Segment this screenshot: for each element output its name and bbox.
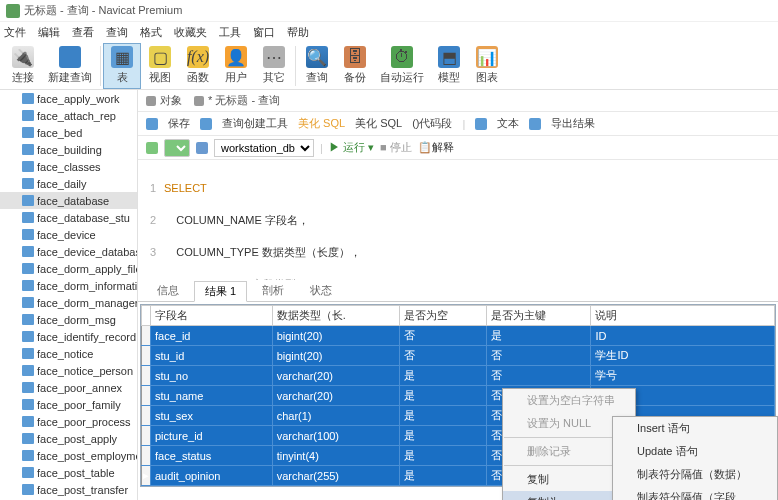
tree-item[interactable]: face_bed — [0, 124, 137, 141]
text-button[interactable]: 文本 — [497, 116, 519, 131]
toolbar-自动运行[interactable]: ⏱自动运行 — [374, 43, 430, 89]
tree-item[interactable]: face_dorm_apply_file — [0, 260, 137, 277]
context-submenu[interactable]: Insert 语句Update 语句制表符分隔值（数据）制表符分隔值（字段名）制… — [612, 416, 778, 500]
tree-item[interactable]: face_building — [0, 141, 137, 158]
新建查询-icon — [59, 46, 81, 68]
column-header[interactable]: 字段名 — [151, 306, 273, 326]
result-tab[interactable]: 信息 — [146, 280, 190, 301]
database-select[interactable]: workstation_db — [214, 139, 314, 157]
export-icon — [529, 118, 541, 130]
table-row[interactable]: stu_novarchar(20)是否学号 — [142, 366, 775, 386]
table-icon — [22, 416, 34, 427]
备份-icon: 🗄 — [344, 46, 366, 68]
querybuilder-icon — [200, 118, 212, 130]
tree-item[interactable]: face_daily — [0, 175, 137, 192]
toolbar-其它[interactable]: ⋯其它 — [255, 43, 293, 89]
tree-item[interactable]: face_post_apply — [0, 430, 137, 447]
result-tab[interactable]: 结果 1 — [194, 281, 247, 302]
result-tab[interactable]: 状态 — [299, 280, 343, 301]
tree-item[interactable]: face_dorm_manager — [0, 294, 137, 311]
tree-item[interactable]: face_apply_work — [0, 90, 137, 107]
table-row[interactable]: face_idbigint(20)否是ID — [142, 326, 775, 346]
toolbar-视图[interactable]: ▢视图 — [141, 43, 179, 89]
table-row[interactable]: stu_namevarchar(20)是否姓名 — [142, 386, 775, 406]
snippet-button[interactable]: ()代码段 — [412, 116, 452, 131]
table-icon — [22, 127, 34, 138]
menu-工具[interactable]: 工具 — [219, 25, 241, 40]
tree-item[interactable]: face_device_database — [0, 243, 137, 260]
menu-帮助[interactable]: 帮助 — [287, 25, 309, 40]
tree-item[interactable]: face_identify_record — [0, 328, 137, 345]
tree-item[interactable]: face_post_transfer — [0, 481, 137, 498]
menu-查询[interactable]: 查询 — [106, 25, 128, 40]
tree-item[interactable]: face_dorm_information — [0, 277, 137, 294]
tree-item[interactable]: face_post_table — [0, 464, 137, 481]
toolbar-连接[interactable]: 🔌连接 — [4, 43, 42, 89]
table-icon — [22, 161, 34, 172]
table-icon — [22, 110, 34, 121]
tree-item[interactable]: face_attach_rep — [0, 107, 137, 124]
save-button[interactable]: 保存 — [168, 116, 190, 131]
stop-button: ■ 停止 — [380, 140, 412, 155]
toolbar-用户[interactable]: 👤用户 — [217, 43, 255, 89]
tabs: 对象* 无标题 - 查询 — [138, 90, 778, 112]
tree-item[interactable]: face_poor_annex — [0, 379, 137, 396]
table-icon — [22, 144, 34, 155]
beautify-button[interactable]: 美化 SQL — [298, 116, 345, 131]
sql-editor[interactable]: 1SELECT 2 COLUMN_NAME 字段名， 3 COLUMN_TYPE… — [138, 160, 778, 280]
tree-item[interactable]: face_post_employment — [0, 447, 137, 464]
tab[interactable]: * 无标题 - 查询 — [194, 93, 280, 108]
tree-item[interactable]: face_dorm_msg — [0, 311, 137, 328]
querybuilder-button[interactable]: 查询创建工具 — [222, 116, 288, 131]
tree-item[interactable]: face_notice_person — [0, 362, 137, 379]
menu-item[interactable]: 制表符分隔值（数据） — [613, 463, 777, 486]
tree-item[interactable]: face_classes — [0, 158, 137, 175]
tree-item[interactable]: face_poor_process — [0, 413, 137, 430]
table-icon — [22, 331, 34, 342]
menu-item[interactable]: Insert 语句 — [613, 417, 777, 440]
menu-编辑[interactable]: 编辑 — [38, 25, 60, 40]
tab-icon — [194, 96, 204, 106]
menu-item[interactable]: Update 语句 — [613, 440, 777, 463]
toolbar-图表[interactable]: 📊图表 — [468, 43, 506, 89]
menu-窗口[interactable]: 窗口 — [253, 25, 275, 40]
export-button[interactable]: 导出结果 — [551, 116, 595, 131]
tab[interactable]: 对象 — [146, 93, 182, 108]
menu-文件[interactable]: 文件 — [4, 25, 26, 40]
toolbar-函数[interactable]: f(x)函数 — [179, 43, 217, 89]
toolbar-新建查询[interactable]: 新建查询 — [42, 43, 98, 89]
toolbar-查询[interactable]: 🔍查询 — [298, 43, 336, 89]
table-icon — [22, 365, 34, 376]
explain-button[interactable]: 📋解释 — [418, 140, 454, 155]
menu-item[interactable]: 制表符分隔值（字段名） — [613, 486, 777, 500]
result-tabs: 信息结果 1剖析状态 — [138, 280, 778, 302]
tree-item[interactable]: face_notice — [0, 345, 137, 362]
menubar: 文件编辑查看查询格式收藏夹工具窗口帮助 — [0, 22, 778, 42]
table-row[interactable]: stu_idbigint(20)否否学生ID — [142, 346, 775, 366]
menu-item: 设置为空白字符串 — [503, 389, 635, 412]
menu-查看[interactable]: 查看 — [72, 25, 94, 40]
server-select[interactable]: rm-2zetn83n05wz7i — [164, 139, 190, 157]
menu-收藏夹[interactable]: 收藏夹 — [174, 25, 207, 40]
toolbar-备份[interactable]: 🗄备份 — [336, 43, 374, 89]
toolbar-表[interactable]: ▦表 — [103, 43, 141, 89]
tree-item[interactable]: face_database_stu — [0, 209, 137, 226]
text-icon — [475, 118, 487, 130]
table-icon — [22, 484, 34, 495]
column-header[interactable]: 是否为主键 — [486, 306, 591, 326]
table-icon — [22, 195, 34, 206]
run-button[interactable]: ▶ 运行 ▾ — [329, 140, 374, 155]
其它-icon: ⋯ — [263, 46, 285, 68]
result-tab[interactable]: 剖析 — [251, 280, 295, 301]
tree-item[interactable]: face_database — [0, 192, 137, 209]
column-header[interactable]: 数据类型（长. — [272, 306, 400, 326]
toolbar-模型[interactable]: ⬒模型 — [430, 43, 468, 89]
tree-item[interactable]: face_device — [0, 226, 137, 243]
save-icon — [146, 118, 158, 130]
tree-item[interactable]: face_poor_family — [0, 396, 137, 413]
toolbar: 🔌连接新建查询▦表▢视图f(x)函数👤用户⋯其它🔍查询🗄备份⏱自动运行⬒模型📊图… — [0, 42, 778, 90]
subtoolbar: 保存 查询创建工具 美化 SQL美化 SQL ()代码段 | 文本 导出结果 — [138, 112, 778, 136]
menu-格式[interactable]: 格式 — [140, 25, 162, 40]
column-header[interactable]: 说明 — [591, 306, 775, 326]
column-header[interactable]: 是否为空 — [400, 306, 487, 326]
